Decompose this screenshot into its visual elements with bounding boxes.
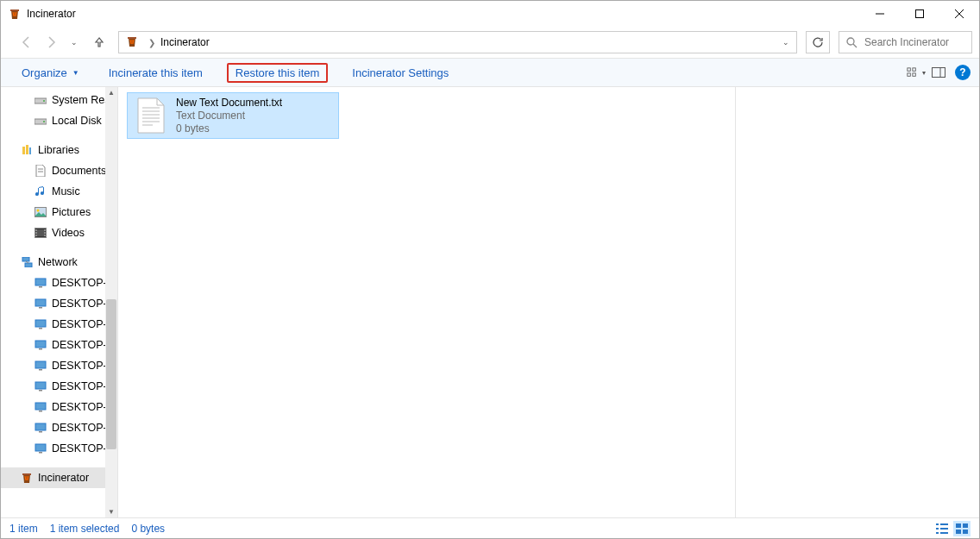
restore-item-button[interactable]: Restore this item: [227, 63, 329, 83]
scroll-up-icon[interactable]: ▲: [108, 89, 115, 97]
incinerator-icon: [126, 35, 140, 49]
computer-icon: [34, 421, 47, 435]
file-item[interactable]: New Text Document.txt Text Document 0 by…: [127, 92, 339, 139]
close-button[interactable]: [939, 1, 979, 27]
file-type: Text Document: [176, 110, 282, 122]
computer-icon: [34, 359, 47, 373]
computer-icon: [34, 442, 47, 455]
svg-line-5: [853, 44, 857, 47]
tree-net-4[interactable]: DESKTOP-8KI: [1, 355, 105, 376]
svg-rect-17: [26, 145, 28, 154]
address-location[interactable]: Incinerator: [160, 36, 210, 48]
maximize-button[interactable]: [900, 1, 939, 27]
svg-point-28: [44, 229, 45, 230]
up-button[interactable]: [89, 32, 110, 53]
svg-rect-16: [22, 147, 25, 154]
svg-point-22: [37, 210, 40, 212]
computer-icon: [34, 338, 47, 352]
tree-net-6[interactable]: DESKTOP-OA: [1, 397, 105, 417]
search-input[interactable]: [864, 36, 964, 48]
addressbar[interactable]: ❯ Incinerator ⌄: [118, 31, 797, 53]
drive-icon: [34, 93, 47, 107]
tree-net-5[interactable]: DESKTOP-JM: [1, 376, 105, 397]
svg-rect-24: [36, 229, 45, 236]
chevron-right-icon[interactable]: ❯: [148, 38, 155, 47]
svg-rect-60: [936, 528, 939, 530]
tree-lib-documents[interactable]: Documents: [1, 160, 105, 181]
tree-net-1[interactable]: DESKTOP-3LL: [1, 293, 105, 314]
svg-rect-59: [940, 523, 948, 525]
svg-rect-50: [35, 444, 46, 451]
videos-icon: [34, 226, 47, 240]
tree-lib-pictures[interactable]: Pictures: [1, 202, 105, 222]
tree-lib-videos[interactable]: Videos: [1, 222, 105, 243]
svg-rect-7: [913, 68, 915, 71]
computer-icon: [34, 276, 47, 290]
refresh-button[interactable]: [806, 31, 830, 53]
incinerate-item-button[interactable]: Incinerate this item: [104, 64, 208, 82]
tree-net-2[interactable]: DESKTOP-600: [1, 314, 105, 335]
help-button[interactable]: ?: [955, 65, 971, 80]
file-list[interactable]: New Text Document.txt Text Document 0 by…: [118, 87, 979, 517]
svg-rect-62: [936, 532, 939, 534]
status-item-count: 1 item: [9, 523, 38, 535]
text-document-icon: [133, 97, 169, 134]
search-box[interactable]: [839, 31, 972, 53]
incinerator-icon: [20, 471, 34, 485]
svg-rect-37: [39, 307, 42, 309]
window-title: Incinerator: [27, 8, 76, 20]
incinerator-settings-button[interactable]: Incinerator Settings: [347, 64, 454, 82]
tree-incinerator[interactable]: Incinerator: [1, 467, 105, 488]
svg-point-4: [847, 38, 854, 45]
svg-rect-58: [936, 523, 939, 525]
status-size: 0 bytes: [131, 523, 165, 535]
svg-rect-47: [39, 411, 42, 412]
svg-point-27: [35, 235, 36, 235]
view-options-button[interactable]: [907, 63, 926, 82]
tree-drive-system[interactable]: System Reser: [1, 90, 105, 110]
music-icon: [34, 185, 47, 198]
svg-point-30: [44, 235, 45, 235]
back-button[interactable]: [16, 32, 37, 53]
scroll-down-icon[interactable]: ▼: [108, 508, 115, 516]
organize-button[interactable]: Organize▼: [16, 64, 85, 82]
details-view-button[interactable]: [933, 521, 951, 536]
svg-rect-63: [940, 532, 948, 534]
network-icon: [20, 255, 34, 269]
svg-rect-35: [39, 286, 42, 288]
svg-rect-44: [35, 382, 46, 389]
libraries-icon: [20, 143, 34, 157]
svg-rect-64: [956, 523, 961, 528]
svg-rect-49: [39, 431, 42, 433]
computer-icon: [34, 400, 47, 414]
svg-rect-48: [35, 423, 46, 430]
tree-net-7[interactable]: DESKTOP-TQ: [1, 417, 105, 438]
thumbnails-view-button[interactable]: [953, 521, 971, 536]
tree-network[interactable]: Network: [1, 252, 105, 273]
svg-rect-39: [39, 328, 42, 329]
tree-libraries[interactable]: Libraries: [1, 140, 105, 160]
svg-rect-38: [35, 320, 46, 327]
recent-button[interactable]: ⌄: [65, 32, 85, 53]
svg-rect-32: [25, 263, 32, 267]
address-dropdown-icon[interactable]: ⌄: [782, 38, 789, 47]
svg-rect-51: [39, 452, 42, 454]
svg-rect-41: [39, 348, 42, 350]
tree-net-3[interactable]: DESKTOP-7J6: [1, 335, 105, 355]
minimize-button[interactable]: [860, 1, 900, 27]
forward-button[interactable]: [41, 32, 61, 53]
svg-point-29: [44, 232, 45, 233]
svg-rect-1: [916, 10, 924, 18]
tree-drive-local[interactable]: Local Disk (H: [1, 110, 105, 131]
scrollbar-thumb[interactable]: [106, 299, 116, 449]
svg-rect-40: [35, 341, 46, 348]
preview-pane-button[interactable]: [929, 63, 948, 82]
tree-lib-music[interactable]: Music: [1, 181, 105, 202]
svg-rect-34: [35, 279, 46, 285]
command-bar: Organize▼ Incinerate this item Restore t…: [1, 58, 979, 87]
navbar: ⌄ ❯ Incinerator ⌄: [1, 27, 979, 58]
tree-net-8[interactable]: DESKTOP-UI6: [1, 438, 105, 459]
sidebar-scrollbar[interactable]: ▲ ▼: [105, 87, 117, 517]
tree-net-0[interactable]: DESKTOP-0IT: [1, 273, 105, 293]
documents-icon: [34, 164, 47, 178]
